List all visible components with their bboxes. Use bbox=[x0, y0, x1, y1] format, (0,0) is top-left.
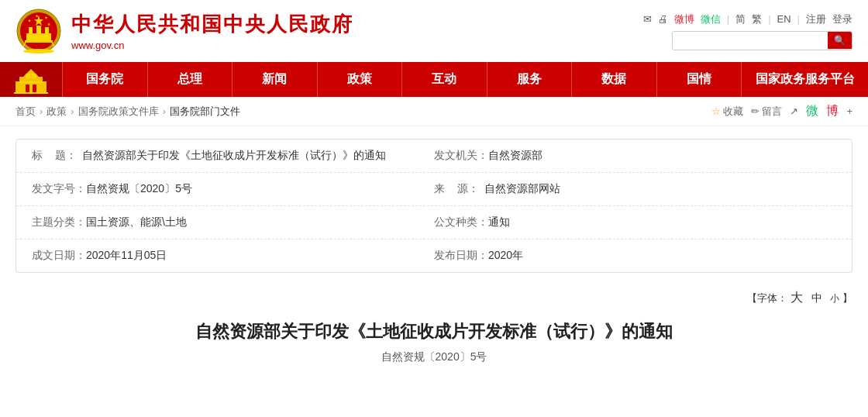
svg-marker-16 bbox=[23, 69, 39, 77]
print-icon[interactable]: 🖨 bbox=[658, 13, 668, 25]
nav-items: 国务院 总理 新闻 政策 互动 服务 数据 国情 国家政务服务平台 bbox=[62, 62, 868, 97]
search-bar: 🔍 bbox=[672, 31, 852, 50]
info-col-writedate: 成文日期： 2020年11月05日 bbox=[32, 249, 434, 263]
main-nav: 国务院 总理 新闻 政策 互动 服务 数据 国情 国家政务服务平台 bbox=[0, 62, 868, 97]
article-title: 自然资源部关于印发《土地征收成片开发标准（试行）》的通知 bbox=[46, 319, 822, 344]
label-issuer: 发文机关： bbox=[434, 149, 488, 163]
info-col-source: 来 源： 自然资源部网站 bbox=[434, 182, 836, 196]
label-title: 标 题： bbox=[32, 149, 82, 163]
wechat-icon[interactable]: 微信 bbox=[701, 12, 721, 26]
label-source: 来 源： bbox=[434, 182, 484, 196]
traditional-link[interactable]: 繁 bbox=[752, 12, 762, 26]
nav-item-fuwu[interactable]: 服务 bbox=[487, 62, 572, 97]
svg-point-12 bbox=[23, 49, 54, 53]
svg-rect-19 bbox=[14, 92, 48, 94]
breadcrumb-bar: 首页 › 政策 › 国务院政策文件库 › 国务院部门文件 ☆ 收藏 ✏ 留言 ↗… bbox=[0, 97, 868, 126]
site-title: 中华人民共和国中央人民政府 www.gov.cn bbox=[71, 11, 353, 51]
pen-icon: ✏ bbox=[751, 105, 760, 117]
weibo-share-icon[interactable]: 博 bbox=[826, 103, 839, 119]
comment-action[interactable]: ✏ 留言 bbox=[751, 105, 782, 119]
breadcrumb-policy[interactable]: 政策 bbox=[46, 105, 67, 119]
info-row-3: 主题分类： 国土资源、能源\土地 公文种类： 通知 bbox=[16, 206, 852, 240]
header-right: ✉ 🖨 微博 微信 | 简 繁 | EN | 注册 登录 🔍 bbox=[643, 12, 852, 50]
value-writedate: 2020年11月05日 bbox=[86, 249, 167, 263]
favorite-action[interactable]: ☆ 收藏 bbox=[711, 105, 743, 119]
svg-rect-4 bbox=[36, 26, 41, 33]
info-col-issuer: 发文机关： 自然资源部 bbox=[434, 149, 836, 163]
breadcrumb-current: 国务院部门文件 bbox=[170, 105, 240, 119]
nav-item-platform[interactable]: 国家政务服务平台 bbox=[741, 62, 868, 97]
mail-icon[interactable]: ✉ bbox=[643, 13, 652, 25]
wechat-share-icon[interactable]: 微 bbox=[806, 103, 818, 119]
font-size-label: 【字体： bbox=[747, 292, 787, 304]
divider1: | bbox=[727, 13, 729, 25]
breadcrumb-actions: ☆ 收藏 ✏ 留言 ↗ 微 博 + bbox=[711, 103, 852, 119]
label-docno: 发文字号： bbox=[32, 182, 86, 196]
english-link[interactable]: EN bbox=[777, 13, 791, 25]
share-icon: ↗ bbox=[790, 105, 798, 117]
info-col-theme: 主题分类： 国土资源、能源\土地 bbox=[32, 215, 434, 229]
value-theme: 国土资源、能源\土地 bbox=[86, 215, 187, 229]
star-icon: ☆ bbox=[711, 105, 721, 117]
sep1: › bbox=[40, 105, 43, 117]
label-doctype: 公文种类： bbox=[434, 215, 488, 229]
nav-item-shuju[interactable]: 数据 bbox=[571, 62, 656, 97]
site-url: www.gov.cn bbox=[71, 40, 353, 51]
info-row-4: 成文日期： 2020年11月05日 发布日期： 2020年 bbox=[16, 240, 852, 272]
sep3: › bbox=[163, 105, 166, 117]
site-title-cn: 中华人民共和国中央人民政府 bbox=[71, 11, 353, 38]
info-card: 标 题： 自然资源部关于印发《土地征收成片开发标准（试行）》的通知 发文机关： … bbox=[16, 139, 852, 273]
svg-rect-13 bbox=[16, 81, 46, 92]
search-input[interactable] bbox=[673, 32, 828, 50]
search-button[interactable]: 🔍 bbox=[828, 32, 852, 49]
divider3: | bbox=[797, 13, 800, 25]
nav-item-zhengce[interactable]: 政策 bbox=[317, 62, 402, 97]
font-size-large[interactable]: 大 bbox=[790, 291, 803, 304]
info-row-2: 发文字号： 自然资规〔2020〕5号 来 源： 自然资源部网站 bbox=[16, 173, 852, 206]
svg-rect-5 bbox=[45, 27, 49, 33]
breadcrumb-library[interactable]: 国务院政策文件库 bbox=[78, 105, 159, 119]
header: 中华人民共和国中央人民政府 www.gov.cn ✉ 🖨 微博 微信 | 简 繁… bbox=[0, 0, 868, 62]
value-pubdate: 2020年 bbox=[488, 249, 523, 263]
breadcrumb: 首页 › 政策 › 国务院政策文件库 › 国务院部门文件 bbox=[16, 105, 240, 119]
nav-item-guoqing[interactable]: 国情 bbox=[656, 62, 742, 97]
info-col-title: 标 题： 自然资源部关于印发《土地征收成片开发标准（试行）》的通知 bbox=[32, 149, 434, 163]
svg-rect-17 bbox=[26, 84, 29, 92]
value-title: 自然资源部关于印发《土地征收成片开发标准（试行）》的通知 bbox=[82, 149, 386, 163]
font-size-bar: 【字体： 大 中 小 】 bbox=[0, 285, 868, 311]
label-writedate: 成文日期： bbox=[32, 249, 86, 263]
more-action[interactable]: + bbox=[846, 105, 852, 117]
font-size-suffix: 】 bbox=[842, 292, 852, 304]
logo-area: 中华人民共和国中央人民政府 www.gov.cn bbox=[16, 8, 353, 54]
label-pubdate: 发布日期： bbox=[434, 249, 488, 263]
nav-item-zongli[interactable]: 总理 bbox=[147, 62, 232, 97]
weibo-icon[interactable]: 微博 bbox=[674, 12, 694, 26]
sep2: › bbox=[71, 105, 74, 117]
fs-gap1 bbox=[805, 292, 808, 304]
font-size-medium[interactable]: 中 bbox=[811, 291, 822, 304]
svg-rect-6 bbox=[25, 40, 53, 43]
nav-item-hudong[interactable]: 互动 bbox=[401, 62, 487, 97]
info-row-1: 标 题： 自然资源部关于印发《土地征收成片开发标准（试行）》的通知 发文机关： … bbox=[16, 140, 852, 173]
value-docno: 自然资规〔2020〕5号 bbox=[86, 182, 192, 196]
svg-rect-18 bbox=[33, 84, 36, 92]
share-action[interactable]: ↗ bbox=[790, 105, 798, 117]
value-doctype: 通知 bbox=[488, 215, 510, 229]
top-icons: ✉ 🖨 微博 微信 | 简 繁 | EN | 注册 登录 bbox=[643, 12, 852, 26]
register-link[interactable]: 注册 bbox=[806, 12, 826, 26]
simplified-link[interactable]: 简 bbox=[735, 12, 746, 26]
login-link[interactable]: 登录 bbox=[832, 12, 852, 26]
article-subtitle: 自然资规〔2020〕5号 bbox=[46, 350, 822, 364]
nav-item-guowuyuan[interactable]: 国务院 bbox=[62, 62, 147, 97]
svg-rect-3 bbox=[29, 27, 33, 33]
fs-gap2 bbox=[825, 292, 828, 304]
info-col-doctype: 公文种类： 通知 bbox=[434, 215, 836, 229]
breadcrumb-home[interactable]: 首页 bbox=[16, 105, 36, 119]
font-size-small[interactable]: 小 bbox=[830, 293, 839, 304]
national-emblem bbox=[16, 8, 62, 54]
info-col-docno: 发文字号： 自然资规〔2020〕5号 bbox=[32, 182, 434, 196]
divider2: | bbox=[768, 13, 770, 25]
label-theme: 主题分类： bbox=[32, 215, 86, 229]
article-section: 自然资源部关于印发《土地征收成片开发标准（试行）》的通知 自然资规〔2020〕5… bbox=[0, 311, 868, 380]
nav-item-xinwen[interactable]: 新闻 bbox=[232, 62, 317, 97]
